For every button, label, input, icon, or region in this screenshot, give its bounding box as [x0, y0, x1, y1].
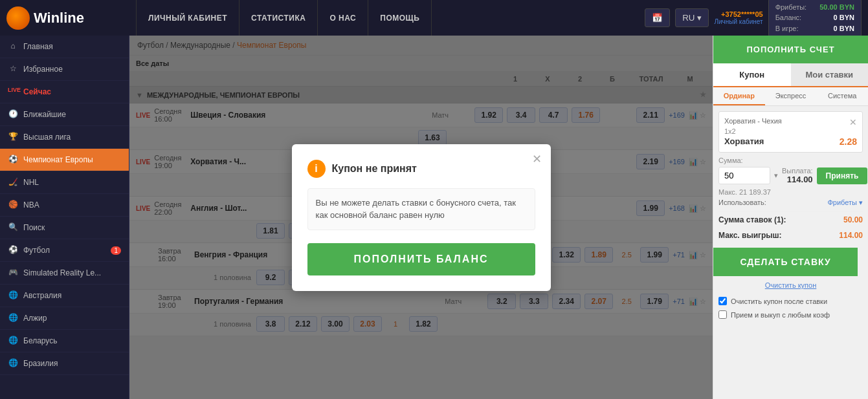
sidebar: ⌂ Главная ☆ Избранное LIVE Сейчас 🕐 Ближ… [0, 36, 129, 399]
nav-help[interactable]: ПОМОЩЬ [368, 0, 432, 36]
sum-bets-val: 50.00 [843, 215, 863, 224]
calendar-button[interactable]: 📅 [645, 8, 670, 27]
logo-ball-icon [6, 6, 30, 30]
logo[interactable]: Winline [6, 6, 136, 30]
coupon-match-name: Хорватия - Чехия [724, 117, 782, 127]
basketball-icon: 🏀 [8, 200, 18, 210]
search-icon: 🔍 [8, 222, 18, 233]
sum-bets-label: Сумма ставок (1): [718, 215, 786, 224]
sidebar-item-football[interactable]: ⚽ Футбол 1 [0, 239, 129, 262]
sidebar-item-nhl[interactable]: 🏒 NHL [0, 171, 129, 194]
sidebar-item-premier[interactable]: 🏆 Высшая лига [0, 126, 129, 149]
modal-close-button[interactable]: ✕ [532, 152, 542, 166]
modal-info-icon: i [307, 160, 326, 178]
user-cabinet-link[interactable]: Личный кабинет [714, 18, 762, 25]
sidebar-item-algeria[interactable]: 🌐 Алжир [0, 307, 129, 330]
coupon-match-type: 1х2 [724, 127, 857, 135]
tab-system[interactable]: Система [816, 87, 868, 105]
sidebar-item-simulated[interactable]: 🎮 Simulated Reality Le... [0, 262, 129, 285]
sum-dropdown-arrow[interactable]: ▾ [774, 171, 778, 180]
coupon-match: Хорватия - Чехия ✕ 1х2 Хорватия 2.28 [718, 111, 863, 153]
nav-cabinet[interactable]: ЛИЧНЫЙ КАБИНЕТ [137, 0, 239, 36]
modal: ✕ i Купон не принят Вы не можете делать … [292, 144, 551, 291]
globe-aus-icon: 🌐 [8, 290, 18, 301]
lang-selector[interactable]: RU ▾ [675, 8, 709, 27]
sidebar-item-euro[interactable]: ⚽ Чемпионат Европы [0, 149, 129, 171]
football-icon: ⚽ [8, 245, 18, 255]
header-actions: 📅 RU ▾ +3752*****05 Личный кабинет Фрибе… [645, 0, 862, 37]
clock-icon: 🕐 [8, 109, 18, 120]
bet-type-tabs: Ординар Экспресс Система [713, 87, 868, 106]
balance-block: Фрибеты: 50.00 BYN Баланс: 0 BYN В игре:… [768, 0, 862, 37]
freebets-val: 50.00 BYN [819, 2, 854, 13]
soccer-icon: ⚽ [8, 155, 18, 165]
checkbox-clear-input[interactable] [718, 297, 727, 305]
max-win-val: 114.00 [839, 231, 863, 240]
globe-bra-icon: 🌐 [8, 358, 18, 369]
freebet-link[interactable]: Фрибеты ▾ [827, 199, 863, 207]
nav-stats[interactable]: СТАТИСТИКА [239, 0, 318, 36]
ingame-val: 0 BYN [834, 23, 854, 34]
max-row: Макс. 21 189.37 [718, 188, 863, 196]
modal-title: Купон не принят [332, 163, 417, 175]
accept-button[interactable]: Принять [817, 167, 868, 184]
coupon-odd: 2.28 [840, 136, 857, 147]
tab-coupon[interactable]: Купон [713, 63, 791, 87]
football-badge: 1 [111, 246, 121, 255]
sidebar-item-favorites[interactable]: ☆ Избранное [0, 58, 129, 81]
live-icon: LIVE [8, 87, 18, 97]
sum-input[interactable] [718, 167, 770, 184]
hockey-icon: 🏒 [8, 177, 18, 188]
modal-topup-button[interactable]: ПОПОЛНИТЬ БАЛАНС [307, 243, 535, 275]
sidebar-item-nearest[interactable]: 🕐 Ближайшие [0, 103, 129, 126]
modal-body: Вы не можете делать ставки с бонусного с… [307, 188, 535, 230]
sidebar-item-australia[interactable]: 🌐 Австралия [0, 285, 129, 307]
balance-label: Баланс: [775, 12, 802, 23]
make-bet-button[interactable]: СДЕЛАТЬ СТАВКУ [713, 248, 858, 276]
sidebar-item-nba[interactable]: 🏀 NBA [0, 194, 129, 217]
home-icon: ⌂ [8, 41, 18, 52]
tab-express[interactable]: Экспресс [765, 87, 817, 105]
checkbox-anycoef-input[interactable] [718, 310, 727, 319]
tab-ordinar[interactable]: Ординар [713, 87, 765, 105]
checkbox-clear-after: Очистить купон после ставки [718, 294, 863, 308]
vr-icon: 🎮 [8, 268, 18, 278]
user-info: +3752*****05 Личный кабинет [714, 10, 762, 25]
sidebar-item-home[interactable]: ⌂ Главная [0, 36, 129, 58]
coupon-tabs: Купон Мои ставки [713, 63, 868, 87]
max-win-label: Макс. выигрыш: [718, 231, 782, 240]
balance-val: 0 BYN [834, 12, 854, 23]
trophy-icon: 🏆 [8, 132, 18, 142]
coupon-remove-button[interactable]: ✕ [849, 117, 857, 127]
sidebar-item-belarus[interactable]: 🌐 Беларусь [0, 330, 129, 352]
modal-overlay[interactable]: ✕ i Купон не принят Вы не можете делать … [129, 36, 713, 399]
main-nav: ЛИЧНЫЙ КАБИНЕТ СТАТИСТИКА О НАС ПОМОЩЬ [136, 0, 645, 36]
sum-label: Сумма: [718, 156, 863, 164]
logo-text: Winline [34, 10, 84, 27]
nav-about[interactable]: О НАС [318, 0, 368, 36]
sidebar-item-live[interactable]: LIVE Сейчас [0, 81, 129, 103]
clear-coupon-button[interactable]: Очистить купон [718, 276, 863, 294]
coupon-content: Хорватия - Чехия ✕ 1х2 Хорватия 2.28 Сум… [713, 106, 868, 399]
main-content: Футбол / Международные / Чемпионат Европ… [129, 36, 713, 399]
globe-alg-icon: 🌐 [8, 313, 18, 323]
right-panel: ПОПОЛНИТЬ СЧЕТ Купон Мои ставки Ординар … [713, 36, 868, 399]
freebet-label: Использовать: [718, 199, 766, 207]
header: Winline ЛИЧНЫЙ КАБИНЕТ СТАТИСТИКА О НАС … [0, 0, 868, 36]
star-icon: ☆ [8, 64, 18, 74]
sidebar-item-search[interactable]: 🔍 Поиск [0, 217, 129, 239]
freebets-label: Фрибеты: [775, 2, 807, 13]
tab-my-bets[interactable]: Мои ставки [791, 63, 869, 86]
sidebar-item-brazil[interactable]: 🌐 Бразилия [0, 352, 129, 375]
payout-val: 114.00 [782, 175, 813, 184]
coupon-team: Хорватия [724, 136, 764, 147]
ingame-label: В игре: [775, 23, 799, 34]
topup-button[interactable]: ПОПОЛНИТЬ СЧЕТ [713, 36, 868, 63]
checkbox-any-coef: Прием и выкуп с любым коэф [718, 308, 863, 321]
main-layout: ⌂ Главная ☆ Избранное LIVE Сейчас 🕐 Ближ… [0, 36, 868, 399]
globe-blr-icon: 🌐 [8, 336, 18, 346]
user-phone: +3752*****05 [721, 10, 763, 18]
payout-label: Выплата: [782, 167, 813, 175]
